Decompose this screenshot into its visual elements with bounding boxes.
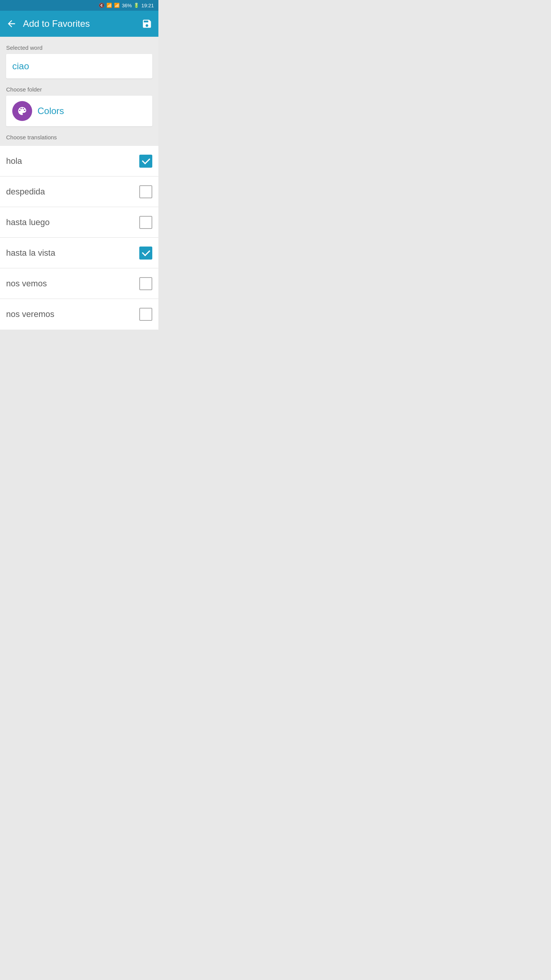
palette-icon bbox=[17, 106, 28, 116]
page-title: Add to Favorites bbox=[23, 18, 90, 29]
translation-checkbox[interactable] bbox=[139, 185, 152, 198]
translation-item[interactable]: hasta luego bbox=[0, 207, 158, 238]
selected-word-label: Selected word bbox=[6, 44, 152, 51]
selected-word-value: ciao bbox=[12, 61, 29, 71]
translation-text: nos vemos bbox=[6, 279, 47, 289]
translations-list: holadespedidahasta luegohasta la vistano… bbox=[0, 146, 158, 330]
signal-icon: 📶 bbox=[114, 3, 120, 8]
translation-item[interactable]: nos vemos bbox=[0, 268, 158, 299]
save-button[interactable] bbox=[142, 18, 152, 29]
translation-text: despedida bbox=[6, 187, 45, 197]
status-bar: 🔇 📶 📶 36% 🔋 19:21 bbox=[0, 0, 158, 11]
app-bar: Add to Favorites bbox=[0, 11, 158, 37]
folder-icon-circle bbox=[12, 101, 32, 121]
choose-folder-label: Choose folder bbox=[6, 86, 152, 93]
app-bar-left: Add to Favorites bbox=[6, 18, 90, 29]
translation-checkbox[interactable] bbox=[139, 247, 152, 260]
status-icons: 🔇 📶 📶 36% 🔋 19:21 bbox=[99, 3, 154, 8]
wifi-icon: 📶 bbox=[106, 3, 112, 8]
translation-item[interactable]: despedida bbox=[0, 176, 158, 207]
back-button[interactable] bbox=[6, 18, 17, 29]
mute-icon: 🔇 bbox=[99, 3, 104, 8]
folder-name: Colors bbox=[37, 106, 64, 116]
translation-item[interactable]: hola bbox=[0, 146, 158, 176]
clock: 19:21 bbox=[141, 3, 154, 8]
translation-text: hasta la vista bbox=[6, 248, 55, 258]
translation-item[interactable]: hasta la vista bbox=[0, 238, 158, 268]
selected-word-field: ciao bbox=[6, 54, 152, 78]
battery-icon: 🔋 bbox=[134, 3, 139, 8]
translation-checkbox[interactable] bbox=[139, 277, 152, 290]
main-content: Selected word ciao Choose folder Colors … bbox=[0, 37, 158, 146]
folder-field[interactable]: Colors bbox=[6, 96, 152, 126]
battery-level: 36% bbox=[122, 3, 132, 8]
translation-text: nos veremos bbox=[6, 309, 54, 319]
translation-text: hasta luego bbox=[6, 217, 50, 227]
translation-checkbox[interactable] bbox=[139, 308, 152, 321]
translation-checkbox[interactable] bbox=[139, 216, 152, 229]
choose-translations-label: Choose translations bbox=[6, 134, 152, 146]
translation-text: hola bbox=[6, 156, 22, 166]
translation-item[interactable]: nos veremos bbox=[0, 299, 158, 330]
translation-checkbox[interactable] bbox=[139, 155, 152, 168]
